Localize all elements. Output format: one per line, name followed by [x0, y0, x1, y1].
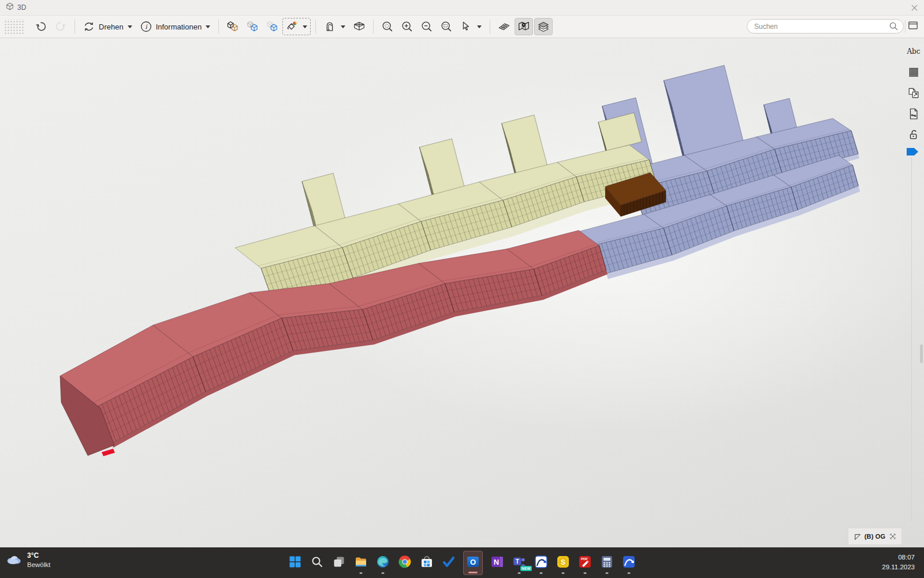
app-cube-icon: [6, 2, 14, 13]
explorer-icon: [354, 555, 368, 571]
taskbar-app-onenote[interactable]: N: [490, 551, 505, 575]
abc-icon: Abc: [907, 45, 921, 61]
cubes-duo-icon: [226, 20, 240, 34]
viewport-3d[interactable]: [0, 38, 924, 547]
running-indicator: [382, 572, 385, 574]
rotate-button[interactable]: Drehen: [80, 18, 136, 35]
map-view-button[interactable]: [515, 18, 533, 35]
view-cubes-button[interactable]: [223, 18, 242, 35]
windows-taskbar: 3°C Bewölkt ONTNEWSPDF 08:07 29.11.2023: [0, 547, 924, 578]
map-pin-icon: [517, 20, 531, 34]
taskbar-app-teams[interactable]: TNEW: [512, 551, 527, 575]
taskbar-app-calculator[interactable]: [599, 551, 614, 575]
toolbar-separator: [218, 20, 219, 34]
layout-tool-icon: [907, 86, 921, 102]
hide-cube-button[interactable]: [263, 18, 281, 35]
undo-button[interactable]: [32, 18, 50, 35]
taskbar-app-curve-app-blue[interactable]: [621, 551, 636, 575]
desktop: 3D DreheniInformationen Abc: [0, 0, 924, 578]
select-button[interactable]: [457, 18, 485, 35]
search-icon: [310, 555, 324, 571]
store-icon: [420, 555, 434, 571]
zoom-in-button[interactable]: [398, 18, 416, 35]
running-indicator: [628, 572, 631, 574]
chevron-down-icon: [128, 25, 132, 28]
clock-time: 08:07: [882, 553, 915, 562]
paint-icon: [285, 20, 299, 34]
pick-icon: [459, 20, 473, 34]
taskbar-app-check-app[interactable]: [441, 551, 456, 575]
right-tool-rail: Abc: [902, 38, 924, 547]
cloud-icon: [6, 553, 22, 568]
paint-button[interactable]: [282, 18, 311, 35]
layers-view-button[interactable]: [534, 18, 553, 35]
floor-label: (B) OG: [865, 533, 886, 540]
pdf-tool-icon: [907, 107, 921, 123]
svg-text:Abc: Abc: [907, 47, 921, 55]
axonometry-button[interactable]: [350, 18, 368, 35]
rotate-icon: [82, 20, 96, 34]
taskbar-clock[interactable]: 08:07 29.11.2023: [882, 553, 915, 573]
rotate-label: Drehen: [99, 23, 124, 31]
redo-icon: [54, 20, 68, 34]
taskbar-app-search[interactable]: [310, 551, 325, 575]
search-input[interactable]: [747, 19, 904, 34]
openings-button[interactable]: [321, 18, 349, 35]
hatch-tool-button[interactable]: [906, 66, 922, 81]
float-panel-button[interactable]: [906, 20, 920, 34]
undo-icon: [34, 20, 48, 34]
svg-text:PDF: PDF: [581, 557, 588, 561]
weather-temp: 3°C: [27, 551, 50, 561]
information-label: Informationen: [156, 23, 202, 31]
taskbar-app-outlook[interactable]: O: [463, 551, 483, 575]
zoom-window-button[interactable]: [437, 18, 456, 35]
taskbar-app-start[interactable]: [288, 551, 303, 575]
building-model[interactable]: [0, 38, 924, 547]
zoom-fit-button[interactable]: [378, 18, 397, 35]
weather-widget[interactable]: 3°C Bewölkt: [6, 551, 50, 569]
tab-3d[interactable]: 3D: [0, 0, 32, 15]
layers-icon: [536, 20, 550, 34]
window-frame-icon: [907, 19, 919, 34]
section-triangle-icon[interactable]: [852, 532, 862, 541]
taskbar-app-task-view[interactable]: [331, 551, 346, 575]
taskbar-app-explorer[interactable]: [353, 551, 368, 575]
toolbar-separator: [74, 20, 75, 34]
running-indicator: [518, 572, 521, 574]
svg-text:N: N: [494, 558, 499, 566]
search-field-wrap: [747, 19, 904, 34]
redo-button[interactable]: [51, 18, 70, 35]
text-tool-button[interactable]: Abc: [906, 45, 922, 60]
taskbar-app-edge[interactable]: [375, 551, 390, 575]
lock-tool-button[interactable]: [906, 128, 922, 143]
zoom-out-button[interactable]: [418, 18, 436, 35]
cube-dashed-blue-icon: [265, 20, 279, 34]
toolbar-right-separator: [905, 20, 906, 33]
information-button[interactable]: iInformationen: [137, 18, 214, 35]
toolbar-separator: [315, 20, 316, 34]
cut-x-icon[interactable]: [888, 532, 897, 541]
taskbar-app-chrome[interactable]: [397, 551, 412, 575]
door-icon: [323, 20, 337, 34]
toolbar-separator: [373, 20, 374, 34]
main-toolbar: DreheniInformationen: [0, 16, 924, 38]
chevron-down-icon: [206, 25, 210, 28]
roof-view-button[interactable]: [495, 18, 513, 35]
scrollbar-thumb[interactable]: [920, 344, 923, 363]
taskbar-app-curve-app-light[interactable]: [534, 551, 549, 575]
taskbar-app-pdf-app[interactable]: PDF: [578, 551, 593, 575]
pdf-tool-button[interactable]: [906, 108, 922, 123]
running-indicator: [584, 572, 587, 574]
taskbar-app-store[interactable]: [419, 551, 434, 575]
isolate-cube-button[interactable]: [243, 18, 262, 35]
taskbar-app-s-app[interactable]: S: [556, 551, 571, 575]
pdf-app-icon: PDF: [578, 555, 592, 571]
toolbar-drag-handle[interactable]: [3, 19, 24, 34]
chevron-down-icon: [477, 25, 482, 28]
s-app-icon: S: [556, 555, 570, 571]
close-icon[interactable]: [910, 3, 919, 12]
floor-slider-handle[interactable]: [907, 148, 918, 155]
layout-tool-button[interactable]: [906, 87, 922, 102]
floor-slider-track[interactable]: [911, 157, 912, 521]
zoom-in-icon: [400, 20, 414, 34]
